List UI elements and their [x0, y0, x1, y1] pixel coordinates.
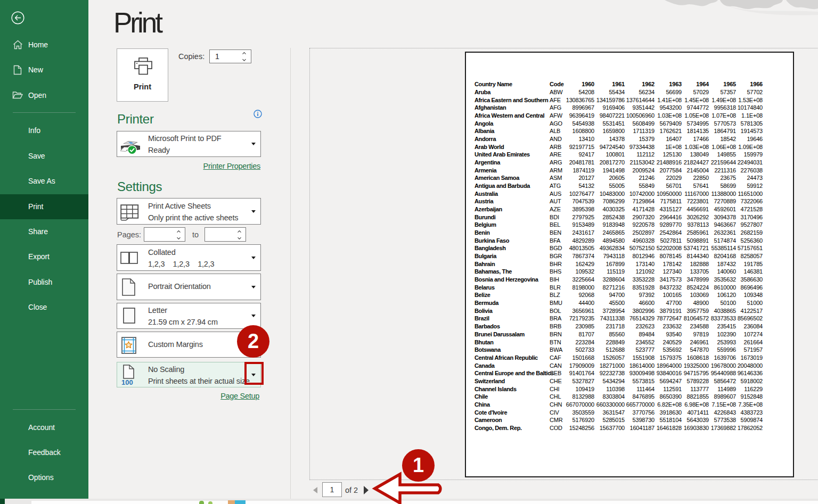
svg-text:100: 100 — [121, 378, 133, 386]
